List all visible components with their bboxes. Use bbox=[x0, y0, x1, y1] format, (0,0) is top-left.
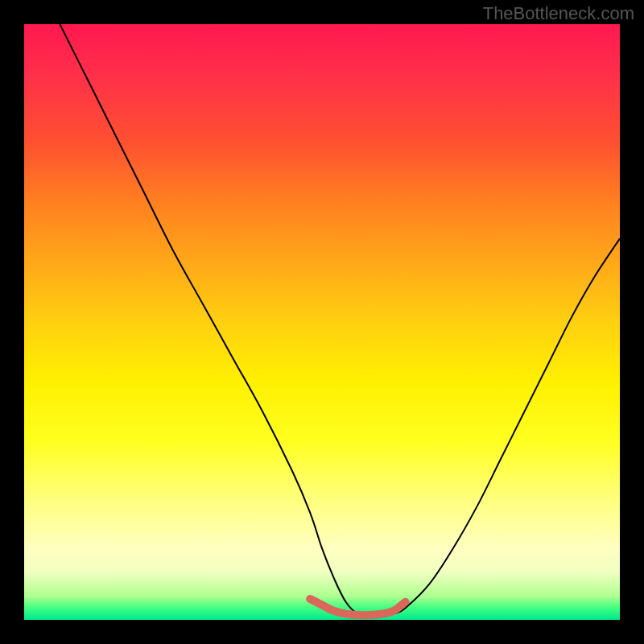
chart-svg bbox=[24, 24, 620, 620]
watermark-text: TheBottleneck.com bbox=[483, 3, 634, 24]
main-curve-line bbox=[60, 24, 620, 617]
highlight-curve-line bbox=[310, 599, 405, 615]
chart-plot-area bbox=[24, 24, 620, 620]
